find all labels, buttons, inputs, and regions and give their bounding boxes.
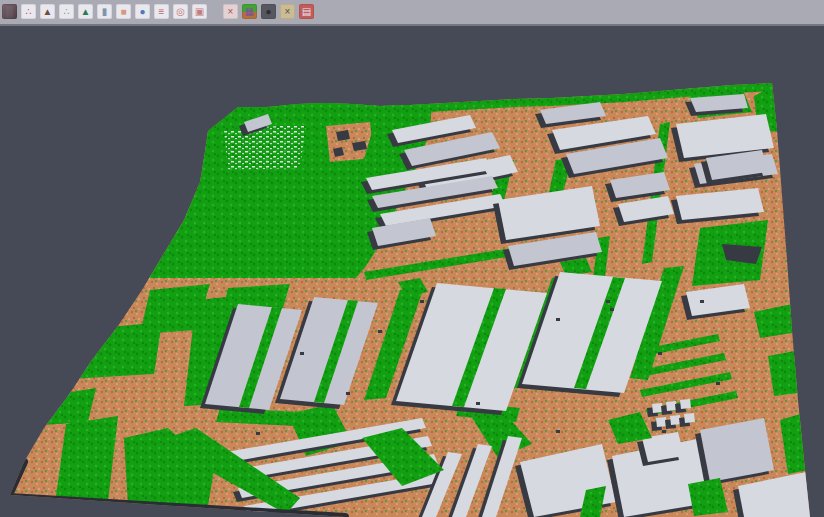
building-footprint <box>684 413 695 423</box>
small-shadow-dot <box>606 300 610 303</box>
measure-icon[interactable]: × <box>280 4 295 19</box>
small-shadow-dot <box>256 432 260 435</box>
building-footprint <box>680 399 691 409</box>
registration-points-icon[interactable]: ∴ <box>21 4 36 19</box>
small-shadow-dot <box>476 402 480 405</box>
toolbar-icon-row: ░∴▲∴▲▮■●≡◎▣×▦●×▤ <box>0 0 824 19</box>
small-shadow-dot <box>420 300 424 303</box>
terrain-green-icon[interactable]: ▲ <box>78 4 93 19</box>
small-shadow-dot <box>700 300 704 303</box>
selection-brackets-icon[interactable]: ▣ <box>192 4 207 19</box>
toolbar: ░∴▲∴▲▮■●≡◎▣×▦●×▤ <box>0 0 824 26</box>
profile-view-icon[interactable]: ▮ <box>97 4 112 19</box>
small-shadow-dot <box>658 352 662 355</box>
flag-stripes-icon[interactable]: ▤ <box>299 4 314 19</box>
target-icon[interactable]: ◎ <box>173 4 188 19</box>
points-cluster-icon[interactable]: ░ <box>2 4 17 19</box>
sparse-points-icon[interactable]: ∴ <box>59 4 74 19</box>
viewport-3d[interactable] <box>0 26 824 517</box>
terrain-brown-icon[interactable]: ▲ <box>40 4 55 19</box>
point-cloud-scene <box>0 26 824 517</box>
render-sphere-icon[interactable]: ● <box>261 4 276 19</box>
small-shadow-dot <box>300 352 304 355</box>
small-shadow-dot <box>662 430 666 433</box>
layers-red-icon[interactable]: ≡ <box>154 4 169 19</box>
ortho-view-icon[interactable]: ■ <box>116 4 131 19</box>
app-window: { "app": {"type": "point-cloud-viewer", … <box>0 0 824 517</box>
clip-cross-icon[interactable]: × <box>223 4 238 19</box>
classification-palette-icon[interactable]: ▦ <box>242 4 257 19</box>
small-shadow-dot <box>378 330 382 333</box>
globe-icon[interactable]: ● <box>135 4 150 19</box>
small-shadow-dot <box>346 392 350 395</box>
small-shadow-dot <box>716 382 720 385</box>
small-shadow-dot <box>610 308 614 311</box>
terrain-patch <box>224 124 306 170</box>
small-shadow-dot <box>556 318 560 321</box>
small-shadow-dot <box>556 430 560 433</box>
